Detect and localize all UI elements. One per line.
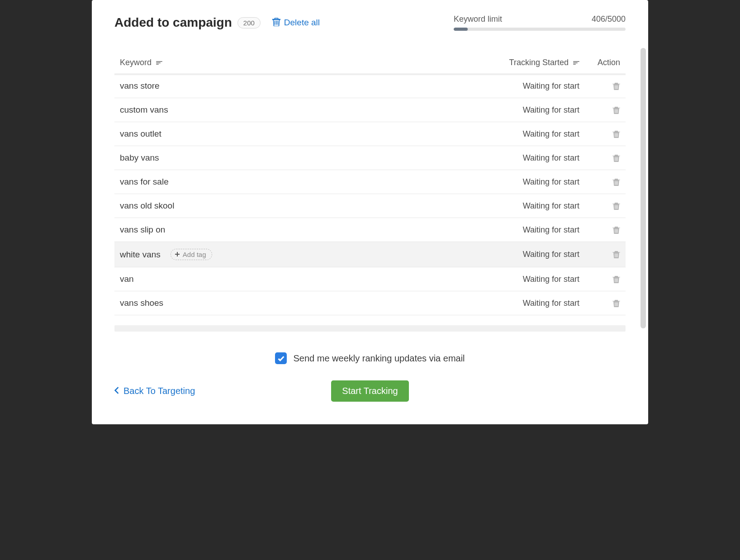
delete-row-button[interactable] <box>612 130 620 138</box>
header: Added to campaign 200 Delete all Keyword… <box>114 14 626 31</box>
delete-row-button[interactable] <box>612 226 620 234</box>
tracking-status: Waiting for start <box>523 81 579 91</box>
keyword-cell: vans outlet <box>120 129 161 139</box>
sort-icon[interactable] <box>573 61 579 65</box>
table-row[interactable]: vans shoesAdd tagWaiting for start <box>114 291 626 315</box>
chevron-left-icon <box>114 386 119 396</box>
back-to-targeting-link[interactable]: Back To Targeting <box>114 386 195 396</box>
table-row[interactable]: vans slip onAdd tagWaiting for start <box>114 218 626 242</box>
tracking-status: Waiting for start <box>523 177 579 187</box>
plus-icon <box>175 251 180 258</box>
delete-row-button[interactable] <box>612 178 620 186</box>
table-row[interactable]: baby vansAdd tagWaiting for start <box>114 146 626 170</box>
column-tracking[interactable]: Tracking Started <box>509 58 569 67</box>
header-right: Keyword limit 406/5000 <box>454 14 626 31</box>
tracking-status: Waiting for start <box>523 250 579 259</box>
delete-row-button[interactable] <box>612 154 620 162</box>
delete-all-label: Delete all <box>284 18 320 28</box>
tracking-status: Waiting for start <box>523 129 579 139</box>
keyword-limit-fill <box>454 28 468 31</box>
keyword-cell: baby vans <box>120 153 159 163</box>
keyword-limit-value: 406/5000 <box>592 14 626 24</box>
tracking-status: Waiting for start <box>523 225 579 235</box>
keyword-cell: vans for sale <box>120 177 169 187</box>
column-action: Action <box>598 58 620 67</box>
delete-row-button[interactable] <box>612 299 620 308</box>
header-left: Added to campaign 200 Delete all <box>114 15 320 30</box>
keyword-cell: vans store <box>120 81 160 91</box>
keyword-cell: vans shoes <box>120 298 163 308</box>
table-end-strip <box>114 325 626 332</box>
add-tag-label: Add tag <box>183 251 206 258</box>
delete-row-button[interactable] <box>612 202 620 210</box>
page-title: Added to campaign <box>114 15 232 30</box>
keyword-cell: van <box>120 274 134 284</box>
tracking-status: Waiting for start <box>523 153 579 163</box>
count-badge: 200 <box>237 17 261 28</box>
table-row[interactable]: custom vansAdd tagWaiting for start <box>114 98 626 122</box>
scrollbar[interactable] <box>640 45 646 335</box>
table-row[interactable]: vans for saleAdd tagWaiting for start <box>114 170 626 194</box>
back-label: Back To Targeting <box>123 386 195 396</box>
tracking-status: Waiting for start <box>523 299 579 308</box>
keyword-limit-bar <box>454 28 626 31</box>
delete-row-button[interactable] <box>612 275 620 284</box>
sort-icon[interactable] <box>156 61 162 65</box>
delete-all-link[interactable]: Delete all <box>272 17 320 28</box>
delete-row-button[interactable] <box>612 82 620 90</box>
campaign-modal: Added to campaign 200 Delete all Keyword… <box>92 0 648 424</box>
scrollbar-thumb[interactable] <box>640 48 646 328</box>
weekly-updates-checkbox[interactable] <box>275 352 287 364</box>
weekly-updates-label: Send me weekly ranking updates via email <box>293 353 465 364</box>
table-row[interactable]: vanAdd tagWaiting for start <box>114 267 626 291</box>
add-tag-button[interactable]: Add tag <box>171 249 212 260</box>
column-keyword[interactable]: Keyword <box>120 58 152 67</box>
delete-row-button[interactable] <box>612 250 620 259</box>
trash-icon <box>272 17 280 28</box>
start-tracking-button[interactable]: Start Tracking <box>331 380 408 402</box>
table-row[interactable]: vans outletAdd tagWaiting for start <box>114 122 626 146</box>
keyword-cell: vans old skool <box>120 201 174 211</box>
table-row[interactable]: vans old skoolAdd tagWaiting for start <box>114 194 626 218</box>
keyword-cell: white vans <box>120 250 161 260</box>
keyword-cell: custom vans <box>120 105 168 115</box>
table-row[interactable]: vans storeAdd tagWaiting for start <box>114 74 626 98</box>
keyword-cell: vans slip on <box>120 225 165 235</box>
footer-mid: Send me weekly ranking updates via email <box>114 352 626 364</box>
keyword-limit-label: Keyword limit <box>454 14 502 24</box>
table-row[interactable]: white vansAdd tagWaiting for start <box>114 242 626 267</box>
tracking-status: Waiting for start <box>523 201 579 211</box>
table-header: Keyword Tracking Started Action <box>114 58 626 74</box>
tracking-status: Waiting for start <box>523 275 579 284</box>
tracking-status: Waiting for start <box>523 105 579 115</box>
delete-row-button[interactable] <box>612 106 620 114</box>
table-body: vans storeAdd tagWaiting for startcustom… <box>114 74 626 315</box>
footer-bottom: Back To Targeting Start Tracking <box>114 380 626 402</box>
